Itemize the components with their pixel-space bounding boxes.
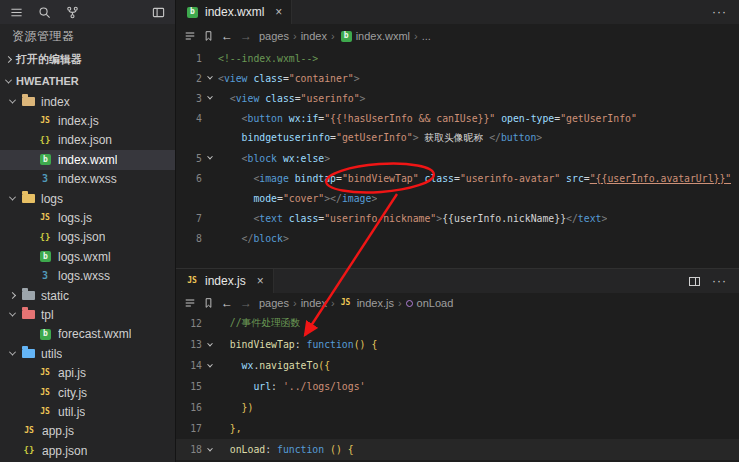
breadcrumb: pages›index›JSindex.js›onLoad [259, 297, 453, 309]
more-actions-icon[interactable]: ··· [712, 274, 727, 288]
breadcrumb-separator: › [293, 297, 297, 309]
code-line[interactable]: 1<!--index.wxml--> [176, 48, 739, 68]
fold-chevron-icon[interactable] [207, 445, 213, 451]
tree-item-label: app.js [42, 424, 74, 438]
outline-icon[interactable] [184, 297, 196, 309]
code-line[interactable]: bindgetuserinfo="getUserInfo"> 获取头像昵称 </… [176, 128, 739, 148]
folder-index[interactable]: index [0, 92, 175, 111]
split-editor-icon[interactable] [689, 277, 700, 286]
breadcrumb-item-...[interactable]: ... [422, 30, 431, 42]
panel-layout-icon[interactable] [152, 6, 165, 19]
project-root-header[interactable]: HWEATHER [0, 70, 175, 92]
file-app.js[interactable]: JSapp.js [0, 422, 175, 441]
forward-arrow-icon[interactable]: → [240, 29, 252, 43]
file-util.js[interactable]: JSutil.js [0, 402, 175, 421]
code-line[interactable]: 2<view class="container"> [176, 68, 739, 88]
code-line[interactable]: 7 <text class="userinfo-nickname">{{user… [176, 208, 739, 228]
tree-item-label: logs.wxss [58, 269, 110, 283]
chevron-down-icon [9, 194, 16, 201]
file-forecast.wxml[interactable]: bforecast.wxml [0, 325, 175, 344]
wxml-file-icon: b [40, 251, 51, 262]
close-icon[interactable]: × [257, 274, 264, 288]
file-index.wxss[interactable]: 3index.wxss [0, 170, 175, 189]
line-number: 4 [176, 113, 202, 124]
file-city.js[interactable]: JScity.js [0, 383, 175, 402]
breadcrumb-item-index.wxml[interactable]: bindex.wxml [339, 30, 410, 42]
wxml-file-icon: b [341, 31, 352, 42]
file-index.json[interactable]: {}index.json [0, 131, 175, 150]
code-line[interactable]: 12 //事件处理函数 [176, 313, 739, 334]
fold-chevron-icon[interactable] [207, 94, 213, 100]
tree-item-label: index.json [58, 133, 112, 147]
code-line[interactable]: 5 <block wx:else> [176, 148, 739, 168]
file-logs.js[interactable]: JSlogs.js [0, 208, 175, 227]
tab-index-wxml[interactable]: b index.wxml × [176, 0, 292, 24]
file-api.js[interactable]: JSapi.js [0, 363, 175, 382]
code-line[interactable]: 6 <image bindtap="bindViewTap" class="us… [176, 168, 739, 188]
fold-chevron-icon[interactable] [207, 74, 213, 80]
search-icon[interactable] [38, 6, 51, 19]
bookmark-icon[interactable] [203, 30, 214, 42]
file-logs.wxss[interactable]: 3logs.wxss [0, 267, 175, 286]
menu-icon[interactable] [10, 6, 23, 19]
wxml-file-icon: b [40, 329, 51, 340]
tree-item-label: forecast.wxml [58, 327, 131, 341]
open-editors-section-header[interactable]: 打开的编辑器 [0, 48, 175, 70]
json-file-icon: {} [38, 233, 52, 242]
breadcrumb-item-index[interactable]: index [301, 30, 327, 42]
line-number: 8 [176, 233, 202, 244]
fold-chevron-icon[interactable] [207, 361, 213, 367]
js-file-icon: JS [38, 389, 52, 397]
code-line[interactable]: 3 <view class="userinfo"> [176, 88, 739, 108]
json-file-icon: {} [38, 136, 52, 145]
folder-tpl[interactable]: tpl [0, 305, 175, 324]
breadcrumb-item-pages[interactable]: pages [259, 30, 289, 42]
chevron-down-icon [5, 76, 12, 83]
more-actions-icon[interactable]: ··· [712, 5, 727, 19]
editor-group-bottom: JS index.js × ··· ← → pages›index›JS [176, 268, 739, 462]
file-logs.wxml[interactable]: blogs.wxml [0, 247, 175, 266]
code-line[interactable]: 15 url: '../logs/logs' [176, 376, 739, 397]
file-app.json[interactable]: {}app.json [0, 441, 175, 460]
code-line[interactable]: 13 bindViewTap: function() { [176, 334, 739, 355]
breadcrumb-item-index.js[interactable]: JSindex.js [339, 297, 394, 309]
code-line[interactable]: 18 onLoad: function () { [176, 439, 739, 460]
editor-actions-bottom: ··· [689, 269, 739, 293]
forward-arrow-icon[interactable]: → [240, 296, 252, 310]
wxss-file-icon: 3 [38, 271, 52, 281]
code-line[interactable]: 14 wx.navigateTo({ [176, 355, 739, 376]
outline-icon[interactable] [184, 30, 196, 42]
code-line[interactable]: 16 }) [176, 397, 739, 418]
back-arrow-icon[interactable]: ← [221, 296, 233, 310]
folder-utils[interactable]: utils [0, 344, 175, 363]
json-file-icon: {} [22, 446, 36, 455]
breadcrumb-label: onLoad [417, 297, 454, 309]
folder-logs[interactable]: logs [0, 189, 175, 208]
breadcrumb-item-index[interactable]: index [301, 297, 327, 309]
code-text: }, [218, 423, 242, 434]
tab-index-js[interactable]: JS index.js × [176, 269, 274, 293]
code-line[interactable]: 4 <button wx:if="{{!hasUserInfo && canIU… [176, 108, 739, 128]
version-control-icon[interactable] [66, 6, 79, 19]
close-icon[interactable]: × [275, 5, 282, 19]
code-line[interactable]: 8 </block> [176, 228, 739, 248]
back-arrow-icon[interactable]: ← [221, 29, 233, 43]
bookmark-icon[interactable] [203, 297, 214, 309]
line-number: 1 [176, 53, 202, 64]
folder-static[interactable]: static [0, 286, 175, 305]
breadcrumb-row-bottom: ← → pages›index›JSindex.js›onLoad [176, 293, 739, 313]
folder-icon [22, 349, 35, 358]
line-number: 7 [176, 213, 202, 224]
chevron-right-icon [5, 55, 12, 62]
code-line[interactable]: mode="cover"></image> [176, 188, 739, 208]
code-text: <block wx:else> [218, 153, 330, 164]
fold-chevron-icon[interactable] [207, 340, 213, 346]
file-index.js[interactable]: JSindex.js [0, 111, 175, 130]
file-logs.json[interactable]: {}logs.json [0, 228, 175, 247]
fold-chevron-icon[interactable] [207, 154, 213, 160]
code-line[interactable]: 17 }, [176, 418, 739, 439]
file-index.wxml[interactable]: bindex.wxml [0, 150, 175, 169]
breadcrumb-item-pages[interactable]: pages [259, 297, 289, 309]
tree-item-label: utils [41, 347, 62, 361]
breadcrumb-item-onLoad[interactable]: onLoad [406, 297, 454, 309]
